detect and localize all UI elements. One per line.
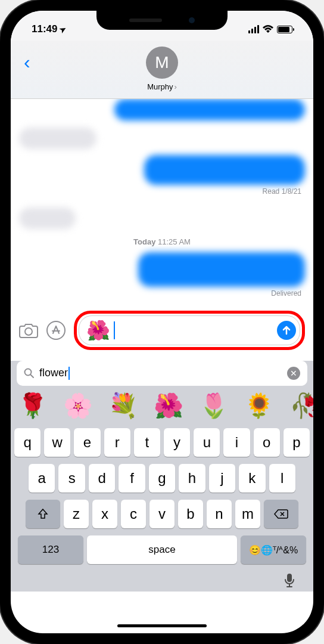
message-bubble[interactable] bbox=[144, 155, 305, 185]
key-s[interactable]: s bbox=[58, 464, 85, 493]
status-time: 11:49 ➤ bbox=[32, 23, 66, 35]
key-o[interactable]: o bbox=[254, 428, 280, 457]
space-key[interactable]: space bbox=[87, 535, 237, 564]
camera-icon[interactable] bbox=[19, 323, 38, 338]
key-b[interactable]: b bbox=[178, 500, 203, 528]
signal-icon bbox=[248, 25, 259, 33]
keyboard-row-1: q w e r t y u i o p bbox=[14, 428, 310, 457]
key-r[interactable]: r bbox=[104, 428, 130, 457]
text-cursor bbox=[114, 321, 115, 339]
delivered-status: Delivered bbox=[23, 289, 301, 298]
message-bubble[interactable] bbox=[19, 128, 96, 149]
message-bubble[interactable] bbox=[138, 252, 305, 287]
back-button[interactable]: ‹ bbox=[24, 51, 30, 73]
keyboard-row-2: a s d f g h j k l bbox=[14, 464, 310, 493]
key-v[interactable]: v bbox=[149, 500, 175, 528]
key-l[interactable]: l bbox=[269, 464, 295, 493]
message-bubble[interactable] bbox=[19, 208, 76, 229]
avatar[interactable]: M bbox=[146, 47, 178, 79]
key-e[interactable]: e bbox=[74, 428, 100, 457]
key-t[interactable]: t bbox=[134, 428, 160, 457]
keyboard: flower ✕ 🌹 🌸 💐 🌺 🌷 🌻 🥀 🌼 q w e bbox=[11, 361, 313, 592]
key-i[interactable]: i bbox=[223, 428, 250, 457]
keyboard-row-3: z x c v b n m bbox=[14, 500, 310, 528]
highlight-annotation: 🌺 bbox=[74, 311, 305, 350]
chevron-right-icon: › bbox=[175, 82, 177, 91]
emoji-result[interactable]: 🌺 bbox=[154, 392, 183, 420]
emoji-result[interactable]: 💐 bbox=[108, 392, 138, 420]
emoji-result[interactable]: 🌹 bbox=[18, 392, 48, 420]
emoji-result[interactable]: 🌸 bbox=[63, 392, 93, 420]
home-indicator[interactable] bbox=[117, 624, 207, 627]
key-m[interactable]: m bbox=[235, 500, 260, 528]
wifi-icon bbox=[263, 25, 273, 33]
compose-bar: 🌺 bbox=[11, 307, 313, 357]
emoji-result[interactable]: 🥀 bbox=[289, 392, 313, 420]
send-button[interactable] bbox=[277, 321, 296, 340]
keyboard-row-bottom: 123 space 😊🌐ᵀ/ᴬ&% bbox=[14, 535, 310, 564]
key-g[interactable]: g bbox=[149, 464, 175, 493]
emoji-result[interactable]: 🌷 bbox=[199, 392, 229, 420]
key-p[interactable]: p bbox=[284, 428, 310, 457]
svg-rect-2 bbox=[287, 574, 292, 582]
search-icon bbox=[24, 368, 35, 379]
key-h[interactable]: h bbox=[179, 464, 205, 493]
screen: 11:49 ➤ ‹ M Murphy › Read bbox=[11, 11, 313, 633]
phone-frame: 11:49 ➤ ‹ M Murphy › Read bbox=[0, 0, 324, 644]
message-bubble[interactable] bbox=[114, 99, 305, 120]
key-w[interactable]: w bbox=[44, 428, 70, 457]
key-d[interactable]: d bbox=[89, 464, 115, 493]
key-u[interactable]: u bbox=[194, 428, 220, 457]
emoji-search-field[interactable]: flower ✕ bbox=[17, 361, 307, 386]
timestamp: Today 11:25 AM bbox=[19, 237, 305, 246]
key-k[interactable]: k bbox=[239, 464, 265, 493]
emoji-results: 🌹 🌸 💐 🌺 🌷 🌻 🥀 🌼 bbox=[11, 389, 313, 425]
location-icon: ➤ bbox=[58, 24, 68, 35]
key-q[interactable]: q bbox=[14, 428, 40, 457]
read-status: Read 1/8/21 bbox=[23, 187, 301, 196]
message-input[interactable]: 🌺 bbox=[79, 315, 300, 345]
notch bbox=[96, 11, 228, 30]
dictation-icon[interactable] bbox=[284, 572, 295, 589]
delete-key[interactable] bbox=[264, 500, 298, 528]
search-text: flower bbox=[39, 367, 282, 380]
emoji-result[interactable]: 🌻 bbox=[244, 392, 274, 420]
key-y[interactable]: y bbox=[164, 428, 190, 457]
clear-search-button[interactable]: ✕ bbox=[287, 367, 300, 380]
key-x[interactable]: x bbox=[92, 500, 117, 528]
numbers-key[interactable]: 123 bbox=[18, 535, 83, 564]
svg-point-0 bbox=[25, 328, 32, 335]
key-n[interactable]: n bbox=[207, 500, 232, 528]
app-store-icon[interactable] bbox=[46, 321, 66, 340]
key-j[interactable]: j bbox=[209, 464, 235, 493]
battery-icon bbox=[277, 26, 292, 33]
shift-key[interactable] bbox=[26, 500, 60, 528]
composed-emoji: 🌺 bbox=[86, 319, 110, 342]
contact-name[interactable]: Murphy › bbox=[147, 82, 177, 91]
key-f[interactable]: f bbox=[119, 464, 145, 493]
keyboard-switch-key[interactable]: 😊🌐ᵀ/ᴬ&% bbox=[241, 535, 306, 564]
messages-list[interactable]: Read 1/8/21 Today 11:25 AM Delivered bbox=[11, 99, 313, 307]
key-z[interactable]: z bbox=[64, 500, 89, 528]
key-a[interactable]: a bbox=[29, 464, 55, 493]
chat-header: ‹ M Murphy › bbox=[11, 41, 313, 99]
key-c[interactable]: c bbox=[121, 500, 146, 528]
